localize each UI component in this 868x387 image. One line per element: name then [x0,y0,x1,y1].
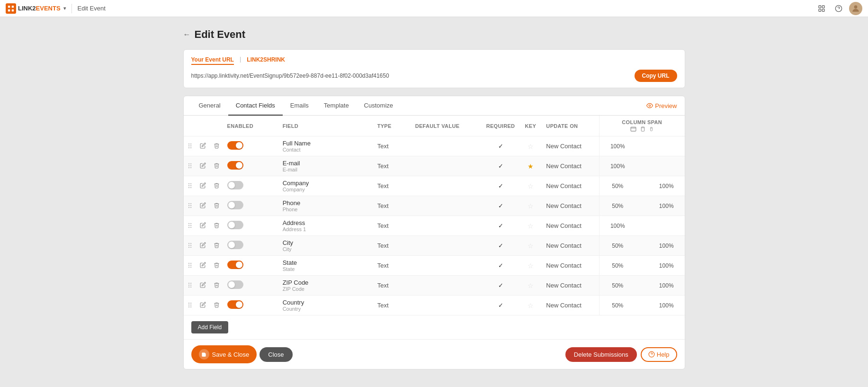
field-span-mobile: 100% [648,196,685,216]
svg-rect-4 [819,6,821,8]
field-required-cell: ✓ [483,196,519,216]
enabled-toggle[interactable] [224,256,279,276]
table-header-row: ENABLED FIELD TYPE DEFAULT VALUE REQUIRE… [184,116,685,136]
bottom-right: Delete Submissions Help [565,347,677,362]
delete-icon[interactable] [210,296,224,315]
back-arrow[interactable]: ← [183,30,191,39]
field-span-desktop: 50% [599,196,635,216]
tab-link2shrink[interactable]: LINK2SHRINK [247,55,285,65]
field-type-cell: Text [374,156,412,176]
delete-icon[interactable] [210,276,224,296]
add-field-button[interactable]: Add Field [191,321,229,333]
delete-icon[interactable] [210,256,224,276]
edit-icon[interactable] [196,256,210,276]
edit-icon[interactable] [196,136,210,156]
field-key-cell[interactable]: ☆ [519,256,542,276]
edit-icon[interactable] [196,296,210,315]
delete-icon[interactable] [210,176,224,196]
enabled-toggle[interactable] [224,176,279,196]
field-key-cell[interactable]: ☆ [519,176,542,196]
edit-icon[interactable] [196,276,210,296]
help-button[interactable]: Help [641,347,677,362]
drag-handle[interactable]: ⠿ [184,136,196,156]
save-close-label: Save & Close [212,351,250,358]
nav-divider [72,4,72,13]
edit-icon[interactable] [196,236,210,256]
drag-handle[interactable]: ⠿ [184,156,196,176]
copy-url-button[interactable]: Copy URL [635,70,677,82]
tab-customize[interactable]: Customize [357,96,401,116]
enabled-toggle[interactable] [224,216,279,236]
delete-icon[interactable] [210,236,224,256]
table-row: ⠿PhonePhoneText✓☆New Contact50%100% [184,196,685,216]
field-default-cell [412,296,483,315]
enabled-toggle[interactable] [224,276,279,296]
nav-page-title: Edit Event [78,5,106,12]
page-header: ← Edit Event [183,28,685,41]
delete-submissions-button[interactable]: Delete Submissions [565,347,637,362]
th-edit [196,116,210,136]
drag-handle[interactable]: ⠿ [184,276,196,296]
field-update-on-cell: New Contact [542,216,599,236]
url-card: Your Event URL | LINK2SHRINK https://app… [183,49,685,88]
user-avatar[interactable] [849,2,862,15]
drag-handle[interactable]: ⠿ [184,216,196,236]
notifications-icon[interactable] [815,2,828,15]
app-logo[interactable]: LINK2EVENTS ▾ [6,3,66,14]
preview-button[interactable]: Preview [646,102,677,109]
page-title: Edit Event [195,28,246,41]
tab-emails[interactable]: Emails [283,96,316,116]
field-span-desktop: 100% [599,216,635,236]
enabled-toggle[interactable] [224,136,279,156]
tab-your-event-url[interactable]: Your Event URL [191,55,234,65]
th-enabled: ENABLED [224,116,279,136]
field-span-tablet [636,296,648,315]
edit-icon[interactable] [196,176,210,196]
enabled-toggle[interactable] [224,236,279,256]
tab-template[interactable]: Template [316,96,357,116]
enabled-toggle[interactable] [224,196,279,216]
tab-general[interactable]: General [191,96,228,116]
field-key-cell[interactable]: ☆ [519,236,542,256]
field-type-cell: Text [374,236,412,256]
edit-icon[interactable] [196,216,210,236]
drag-handle[interactable]: ⠿ [184,196,196,216]
field-key-cell[interactable]: ★ [519,156,542,176]
delete-icon[interactable] [210,156,224,176]
main-card: General Contact Fields Emails Template C… [183,96,685,369]
close-button[interactable]: Close [260,347,292,362]
field-span-tablet [636,176,648,196]
field-span-mobile: 100% [648,176,685,196]
field-key-cell[interactable]: ☆ [519,196,542,216]
drag-handle[interactable]: ⠿ [184,236,196,256]
delete-icon[interactable] [210,136,224,156]
table-row: ⠿Full NameContactText✓☆New Contact100% [184,136,685,156]
field-key-cell[interactable]: ☆ [519,296,542,315]
field-update-on-cell: New Contact [542,196,599,216]
field-name-cell: PhonePhone [279,196,374,216]
save-close-button[interactable]: Save & Close [191,345,257,363]
field-name-cell: Full NameContact [279,136,374,156]
field-type-cell: Text [374,216,412,236]
field-required-cell: ✓ [483,296,519,315]
enabled-toggle[interactable] [224,296,279,315]
logo-dropdown-arrow[interactable]: ▾ [63,6,66,11]
field-key-cell[interactable]: ☆ [519,136,542,156]
delete-icon[interactable] [210,216,224,236]
field-key-cell[interactable]: ☆ [519,276,542,296]
delete-icon[interactable] [210,196,224,216]
edit-icon[interactable] [196,196,210,216]
enabled-toggle[interactable] [224,156,279,176]
tab-contact-fields[interactable]: Contact Fields [228,96,283,116]
th-delete [210,116,224,136]
field-default-cell [412,256,483,276]
help-nav-icon[interactable] [832,2,845,15]
drag-handle[interactable]: ⠿ [184,176,196,196]
field-span-mobile [648,156,685,176]
field-key-cell[interactable]: ☆ [519,216,542,236]
drag-handle[interactable]: ⠿ [184,296,196,315]
drag-handle[interactable]: ⠿ [184,256,196,276]
edit-icon[interactable] [196,156,210,176]
field-span-desktop: 50% [599,276,635,296]
tabs-row: General Contact Fields Emails Template C… [184,96,685,116]
